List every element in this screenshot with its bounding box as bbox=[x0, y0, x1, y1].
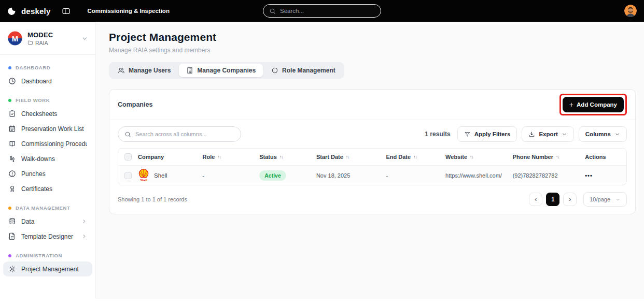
sidebar-item-commissioning-procedures[interactable]: Commissioning Procedures bbox=[0, 136, 95, 151]
org-switcher[interactable]: M MODEC RAIA bbox=[0, 22, 95, 55]
section-label-field-work: FIELD WORK bbox=[0, 93, 95, 106]
select-all-checkbox[interactable] bbox=[124, 153, 132, 161]
column-header-actions: Actions bbox=[585, 154, 626, 160]
download-icon bbox=[528, 131, 535, 138]
management-tabs: Manage Users Manage Companies Role Manag… bbox=[109, 62, 344, 79]
database-icon bbox=[8, 217, 16, 225]
org-name: MODEC bbox=[27, 31, 77, 39]
column-header-status[interactable]: Status↑↓ bbox=[259, 154, 316, 160]
topbar-right bbox=[624, 5, 637, 17]
tab-manage-users[interactable]: Manage Users bbox=[110, 64, 178, 77]
tab-role-management[interactable]: Role Management bbox=[264, 64, 343, 77]
clipboard-check-icon bbox=[8, 110, 16, 118]
table-search-input[interactable] bbox=[135, 131, 234, 137]
sidebar-item-project-management[interactable]: Project Management bbox=[3, 261, 92, 276]
column-header-company: Company bbox=[138, 154, 203, 160]
folder-icon bbox=[27, 40, 33, 46]
section-label-dashboard: DASHBOARD bbox=[0, 60, 95, 74]
export-button[interactable]: Export bbox=[522, 126, 573, 142]
funnel-icon bbox=[464, 131, 471, 138]
sort-icon[interactable]: ↑↓ bbox=[556, 154, 559, 159]
table-row[interactable]: Shell Shell - Active Nov 18, 2025 - http… bbox=[118, 165, 626, 185]
annotation-highlight: + Add Company bbox=[559, 94, 627, 115]
column-header-website[interactable]: Website↑↓ bbox=[445, 154, 513, 160]
sort-icon[interactable]: ↑↓ bbox=[217, 154, 221, 159]
companies-table: Company Role↑↓ Status↑↓ Start Date↑↓ End… bbox=[118, 148, 627, 185]
calendar-icon bbox=[8, 125, 16, 133]
company-cell: Shell Shell bbox=[138, 168, 203, 182]
org-meta: MODEC RAIA bbox=[27, 31, 77, 46]
plus-icon: + bbox=[569, 101, 573, 108]
file-icon bbox=[8, 232, 16, 240]
search-icon bbox=[269, 8, 276, 14]
chevron-right-icon bbox=[81, 234, 87, 239]
search-icon bbox=[124, 131, 131, 138]
brand-logo[interactable]: deskely bbox=[7, 6, 50, 16]
columns-button[interactable]: Columns bbox=[579, 126, 627, 142]
website-cell[interactable]: https://www.shell.com/ bbox=[445, 172, 513, 179]
sort-icon[interactable]: ↑↓ bbox=[470, 154, 473, 159]
sidebar-item-walk-downs[interactable]: Walk-downs bbox=[0, 151, 95, 166]
tab-manage-companies[interactable]: Manage Companies bbox=[179, 64, 263, 77]
end-date-cell: - bbox=[386, 172, 445, 179]
svg-text:M: M bbox=[12, 34, 19, 43]
chevron-left-icon: ‹ bbox=[535, 196, 537, 203]
modec-logo: M bbox=[7, 31, 23, 46]
workspace-name: RAIA bbox=[35, 40, 48, 46]
global-search-input[interactable] bbox=[280, 8, 375, 14]
table-footer: Showing 1 to 1 of 1 records ‹ 1 › 10/pag… bbox=[109, 185, 635, 214]
page-subtitle: Manage RAIA settings and members bbox=[109, 47, 636, 54]
main-content: Project Management Manage RAIA settings … bbox=[96, 22, 644, 299]
chevron-down-icon bbox=[614, 132, 620, 137]
chevron-down-icon bbox=[615, 197, 621, 202]
global-search[interactable] bbox=[263, 4, 381, 18]
workspace-row: RAIA bbox=[27, 40, 77, 46]
topbar-left: deskely Commissioning & Inspection bbox=[7, 6, 170, 16]
column-header-start-date[interactable]: Start Date↑↓ bbox=[316, 154, 386, 160]
page-1-button[interactable]: 1 bbox=[546, 193, 559, 206]
gear-icon bbox=[8, 265, 16, 273]
project-name[interactable]: Commissioning & Inspection bbox=[87, 8, 169, 14]
sidebar-toggle-icon[interactable] bbox=[62, 7, 71, 16]
sidebar-item-data[interactable]: Data bbox=[0, 214, 95, 229]
sidebar-nav: DASHBOARD Dashboard FIELD WORK Checkshee… bbox=[0, 55, 95, 282]
status-cell: Active bbox=[259, 170, 316, 181]
sort-icon[interactable]: ↑↓ bbox=[279, 154, 283, 159]
sidebar-item-punches[interactable]: Punches bbox=[0, 166, 95, 181]
next-page-button[interactable]: › bbox=[563, 193, 577, 206]
chevron-right-icon bbox=[81, 218, 87, 224]
per-page-select[interactable]: 10/page bbox=[583, 192, 627, 207]
row-actions-button[interactable]: ••• bbox=[585, 172, 593, 179]
app-body: M MODEC RAIA DASHBOARD bbox=[0, 22, 644, 299]
section-dot bbox=[8, 254, 11, 257]
section-label-administration: ADMINISTRATION bbox=[0, 248, 95, 261]
table-search[interactable] bbox=[118, 126, 241, 142]
sidebar-item-certificates[interactable]: Certificates bbox=[0, 181, 95, 196]
chevron-down-icon[interactable] bbox=[81, 35, 88, 42]
sidebar-item-checksheets[interactable]: Checksheets bbox=[0, 106, 95, 121]
role-cell: - bbox=[203, 172, 260, 179]
section-label-data-management: DATA MANAGEMENT bbox=[0, 200, 95, 214]
results-count: 1 results bbox=[425, 130, 450, 138]
user-avatar[interactable] bbox=[624, 5, 637, 17]
chevron-down-icon bbox=[562, 132, 567, 137]
column-header-end-date[interactable]: End Date↑↓ bbox=[386, 154, 445, 160]
add-company-button[interactable]: + Add Company bbox=[563, 97, 624, 112]
footprints-icon bbox=[8, 155, 16, 163]
column-header-phone-number[interactable]: Phone Number↑↓ bbox=[513, 154, 585, 160]
sidebar-item-template-designer[interactable]: Template Designer bbox=[0, 229, 95, 244]
sort-icon[interactable]: ↑↓ bbox=[346, 154, 349, 159]
sort-icon[interactable]: ↑↓ bbox=[413, 154, 417, 159]
sidebar-item-dashboard[interactable]: Dashboard bbox=[0, 74, 95, 89]
alert-circle-icon bbox=[8, 170, 16, 178]
circle-icon bbox=[271, 67, 278, 74]
brand-name: deskely bbox=[21, 7, 50, 16]
prev-page-button[interactable]: ‹ bbox=[529, 193, 542, 206]
row-checkbox[interactable] bbox=[124, 172, 132, 179]
deskely-logo-icon bbox=[7, 6, 18, 16]
book-open-icon bbox=[8, 140, 16, 148]
apply-filters-button[interactable]: Apply Filters bbox=[457, 126, 517, 142]
column-header-role[interactable]: Role↑↓ bbox=[203, 154, 260, 160]
section-dot bbox=[8, 207, 11, 210]
sidebar-item-preservation-work-list[interactable]: Preservation Work List bbox=[0, 121, 95, 136]
